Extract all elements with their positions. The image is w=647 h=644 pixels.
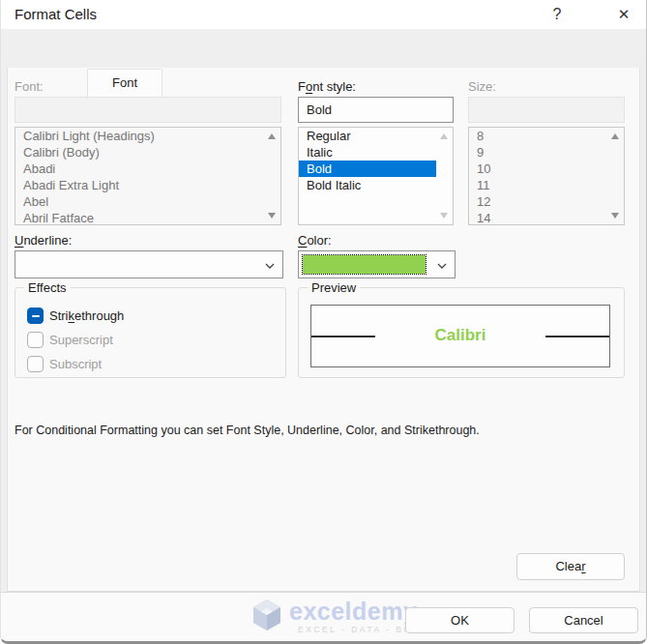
subscript-row[interactable]: Subscript [27, 356, 221, 373]
list-item[interactable]: 8 [469, 128, 624, 144]
preview-box: Calibri [310, 305, 610, 367]
help-icon[interactable]: ? [543, 0, 572, 29]
exceldemy-logo-icon [249, 597, 285, 636]
font-input [15, 97, 281, 123]
strikethrough-row[interactable]: Strikethrough [27, 307, 221, 325]
font-list: Calibri Light (Headings) Calibri (Body) … [15, 127, 281, 225]
scroll-down-icon[interactable] [611, 213, 619, 219]
list-item[interactable]: Regular [299, 128, 453, 144]
tab-strip: Number Font Border Fill [1, 29, 647, 68]
underline-label: Underline: [15, 233, 72, 248]
bottom-bar: exceldemy EXCEL - DATA - BI OK Cancel [1, 592, 647, 641]
subscript-checkbox[interactable] [27, 356, 44, 372]
close-icon[interactable]: ✕ [606, 0, 641, 29]
chevron-down-icon[interactable] [436, 260, 448, 275]
list-item[interactable]: 9 [469, 144, 624, 161]
strikethrough-label: Strikethrough [49, 308, 124, 323]
size-input [468, 97, 625, 123]
strikethrough-checkbox[interactable] [27, 307, 44, 324]
font-label: Font: [15, 79, 44, 94]
list-item[interactable]: 12 [469, 193, 624, 210]
preview-sample-text: Calibri [311, 326, 609, 345]
scrollbar[interactable] [436, 128, 453, 224]
watermark-tagline: EXCEL - DATA - BI [289, 625, 417, 634]
color-swatch [303, 255, 426, 274]
scroll-down-icon[interactable] [440, 213, 448, 219]
list-item[interactable]: Abel [15, 193, 280, 210]
scroll-down-icon[interactable] [268, 213, 276, 219]
page-title: Format Cells [15, 0, 97, 29]
cancel-button[interactable]: Cancel [529, 607, 638, 633]
ok-button[interactable]: OK [405, 607, 515, 633]
size-list: 8 9 10 11 12 14 [468, 127, 625, 225]
scrollbar[interactable] [607, 128, 624, 224]
superscript-checkbox[interactable] [27, 332, 44, 348]
titlebar: Format Cells ? ✕ [1, 0, 647, 29]
conditional-formatting-note: For Conditional Formatting you can set F… [15, 424, 480, 437]
underline-dropdown[interactable] [15, 250, 283, 278]
preview-legend: Preview [308, 280, 360, 295]
scrollbar[interactable] [264, 128, 280, 224]
clear-button[interactable]: Clear [516, 553, 625, 580]
list-item[interactable]: 14 [469, 210, 624, 225]
scroll-up-icon[interactable] [611, 133, 619, 139]
font-style-input[interactable]: Bold [298, 97, 454, 123]
chevron-down-icon[interactable] [264, 260, 276, 275]
list-item[interactable]: Bold Italic [299, 177, 453, 193]
subscript-label: Subscript [49, 357, 102, 371]
list-item[interactable]: Abril Fatface [15, 210, 280, 225]
font-style-label: Font style: [298, 79, 356, 94]
superscript-label: Superscript [49, 333, 113, 347]
list-item[interactable]: 10 [469, 161, 624, 177]
format-cells-dialog: Format Cells ? ✕ Number Font Border Fill… [0, 0, 647, 644]
list-item[interactable]: 11 [469, 177, 624, 193]
watermark-brand: exceldemy [289, 600, 417, 624]
list-item[interactable]: Abadi [15, 161, 280, 177]
list-item-selected[interactable]: Bold [299, 161, 436, 177]
list-item[interactable]: Calibri Light (Headings) [15, 128, 280, 144]
list-item[interactable]: Italic [299, 144, 453, 161]
list-item[interactable]: Calibri (Body) [15, 144, 280, 161]
scroll-up-icon[interactable] [268, 133, 276, 139]
color-label: Color: [298, 233, 332, 248]
superscript-row[interactable]: Superscript [27, 332, 221, 349]
size-label: Size: [468, 79, 496, 94]
list-item[interactable]: Abadi Extra Light [15, 177, 280, 193]
exceldemy-watermark: exceldemy EXCEL - DATA - BI [249, 597, 417, 636]
color-dropdown[interactable] [298, 250, 456, 278]
scroll-up-icon[interactable] [440, 133, 448, 139]
font-style-list: Regular Italic Bold Bold Italic [298, 127, 454, 225]
tab-font[interactable]: Font [87, 69, 162, 97]
effects-legend: Effects [24, 280, 71, 295]
